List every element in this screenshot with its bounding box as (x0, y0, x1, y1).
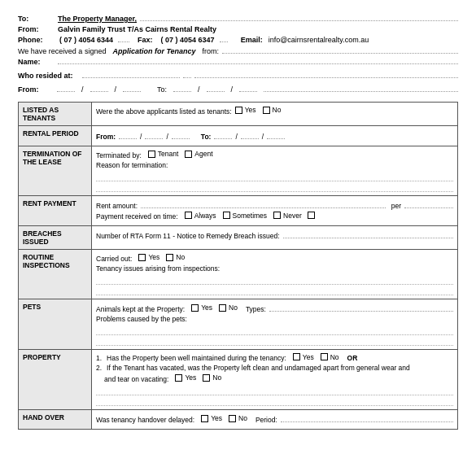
pets-yes-checkbox[interactable] (191, 304, 199, 312)
from-date-y (123, 82, 141, 92)
phone-group: ( 07 ) 4054 6344 (59, 36, 113, 44)
insp-no-checkbox[interactable] (166, 254, 173, 261)
ho-no-label: No (238, 414, 247, 422)
prop-yes-checkbox-group: Yes (293, 353, 314, 361)
prop-no-checkbox-group: No (321, 353, 339, 361)
animals-label: Animals kept at the Property: (96, 305, 185, 313)
to-date-m (207, 82, 225, 92)
agent-checkbox[interactable] (185, 151, 192, 158)
who-resided-row: Who resided at: (18, 68, 458, 80)
rental-to-y (267, 129, 285, 139)
pets-yes-label: Yes (201, 304, 212, 312)
breaches-value (283, 229, 454, 238)
per-value (404, 199, 453, 208)
prop-no-checkbox[interactable] (321, 353, 328, 360)
property-q2-line: 2. If the Tenant has vacated, was the Pr… (96, 364, 453, 372)
prop-no-label: No (330, 353, 339, 361)
received-text: We have received a signed (18, 47, 106, 55)
rental-from-label: From: (96, 133, 116, 141)
vacated-no-label: No (212, 373, 221, 382)
received-dotted (222, 53, 458, 54)
payment-label: Payment received on time: (96, 212, 178, 221)
rent-payment-content: Rent amount: per Payment received on tim… (92, 195, 458, 226)
insp-line2 (96, 285, 453, 295)
payment-time-line: Payment received on time: Always Sometim… (96, 212, 453, 221)
sometimes-checkbox[interactable] (223, 212, 230, 219)
termination-label: TERMINATION OF THE LEASE (19, 146, 92, 196)
main-table: LISTED AS TENANTS Were the above applica… (18, 102, 458, 430)
reason-line1 (96, 171, 453, 181)
q2-text: If the Tenant has vacated, was the Prope… (107, 364, 410, 372)
hand-over-row: HAND OVER Was tenancy handover delayed: … (19, 409, 458, 429)
listed-as-tenants-content: Were the above applicants listed as tena… (92, 103, 458, 126)
types-label: Types: (246, 305, 266, 313)
to-row: To: The Property Manager, (18, 15, 458, 23)
to-date-y (239, 82, 257, 92)
phone-value: ( 07 ) 4054 6344 (59, 36, 113, 44)
pets-line2 (96, 335, 453, 346)
rental-period-row: RENTAL PERIOD From: / / To: / / (19, 126, 458, 146)
prop-yes-checkbox[interactable] (293, 353, 300, 360)
yes-checkbox[interactable] (235, 107, 242, 114)
listed-as-tenants-label: LISTED AS TENANTS (19, 103, 92, 126)
from-to-row: From: / / To: / / (18, 82, 458, 94)
fax-value: ( 07 ) 4054 6347 (161, 36, 215, 44)
termination-content: Terminated by: Tenant Agent Reason for t… (92, 146, 458, 196)
property-q2b-line: and tear on vacating: Yes No (96, 373, 453, 383)
sometimes-checkbox-group: Sometimes (223, 212, 268, 220)
yes-checkbox-group: Yes (235, 106, 256, 114)
from-date-m (90, 82, 108, 92)
ho-no-checkbox[interactable] (229, 415, 236, 422)
ho-yes-label: Yes (211, 414, 222, 422)
pets-content: Animals kept at the Property: Yes No Typ… (92, 299, 458, 349)
problems-label-line: Problems caused by the pets: (96, 315, 453, 323)
ho-yes-checkbox[interactable] (201, 415, 208, 422)
who-resided-label: Who resided at: (18, 72, 79, 80)
application-text: Application for Tenancy (112, 47, 195, 55)
rental-period-line: From: / / To: / / (96, 129, 453, 141)
pets-no-checkbox-group: No (219, 304, 238, 312)
always-checkbox[interactable] (185, 212, 192, 219)
q1-text: Has the Property been well maintained du… (107, 354, 286, 362)
period-value (281, 413, 453, 422)
q2-text2: and tear on vacating: (104, 375, 168, 383)
from-text: from: (203, 47, 220, 55)
prop-line2 (96, 395, 453, 406)
never-checkbox-group: Never (273, 212, 302, 220)
tenant-checkbox-group: Tenant (148, 150, 179, 158)
no-checkbox[interactable] (263, 107, 270, 114)
hand-over-content: Was tenancy handover delayed: Yes No Per… (92, 409, 458, 429)
problems-label: Problems caused by the pets: (96, 315, 187, 323)
breaches-row: BREACHES ISSUED Number of RTA Form 11 - … (19, 226, 458, 250)
to-date-dotted (264, 91, 458, 92)
per-label: per (391, 202, 401, 210)
tenant-checkbox[interactable] (148, 151, 155, 158)
insp-no-checkbox-group: No (166, 253, 185, 261)
pets-no-checkbox[interactable] (219, 304, 226, 312)
never-extra-checkbox[interactable] (308, 212, 315, 219)
vacated-yes-checkbox-group: Yes (175, 373, 196, 382)
property-q1-line: 1. Has the Property been well maintained… (96, 353, 453, 363)
email-group: Email: info@cairnsrentalrealty.com.au (241, 36, 369, 44)
issues-label-line: Tenancy issues arising from inspections: (96, 264, 453, 273)
never-checkbox[interactable] (273, 212, 281, 219)
rent-amount-value (141, 199, 386, 208)
to-date-label: To: (157, 85, 167, 94)
rental-to-d (214, 129, 232, 139)
vacated-yes-checkbox[interactable] (175, 374, 182, 382)
carried-out-line: Carried out: Yes No (96, 253, 453, 263)
insp-yes-checkbox[interactable] (138, 254, 146, 261)
from-label: From: (18, 25, 55, 33)
rent-payment-row: RENT PAYMENT Rent amount: per Payment re… (19, 195, 458, 226)
property-label: PROPERTY (19, 349, 92, 409)
from-date-d (57, 82, 75, 92)
rental-to-label: To: (201, 133, 212, 141)
vacated-no-checkbox[interactable] (203, 374, 210, 382)
period-label: Period: (255, 416, 277, 424)
pets-no-label: No (229, 304, 238, 312)
q1-num: 1. (96, 354, 102, 362)
email-label: Email: (241, 36, 263, 44)
hand-over-label: HAND OVER (19, 409, 92, 429)
agent-label: Agent (194, 150, 212, 158)
prop-yes-label: Yes (303, 353, 314, 361)
